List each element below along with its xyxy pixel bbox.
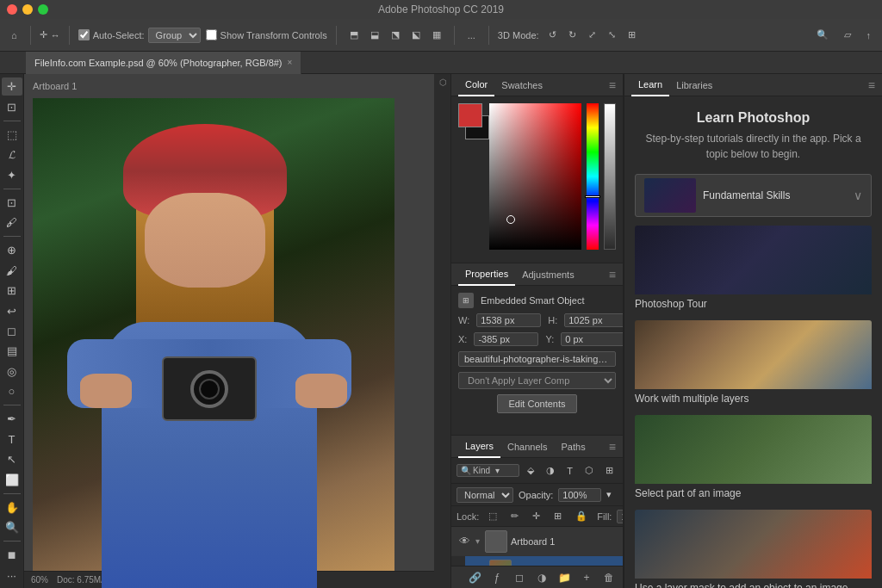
lock-all-btn[interactable]: 🔒 xyxy=(571,509,592,523)
delete-layer-btn[interactable]: 🗑 xyxy=(600,570,618,585)
auto-select-dropdown[interactable]: Group Layer xyxy=(148,28,201,43)
magic-wand-tool[interactable]: ✦ xyxy=(2,165,22,183)
y-input[interactable] xyxy=(561,332,623,346)
tab-swatches[interactable]: Swatches xyxy=(494,74,550,96)
artboard-tool[interactable]: ⊡ xyxy=(2,97,22,115)
file-tab[interactable]: FileInfo.com Example.psd @ 60% (Photogra… xyxy=(26,52,301,74)
color-alpha-strip[interactable] xyxy=(604,103,616,250)
home-button[interactable]: ⌂ xyxy=(7,28,22,42)
width-input[interactable] xyxy=(476,313,541,327)
select-tool[interactable]: ⬚ xyxy=(2,126,22,144)
eyedropper-tool[interactable]: 🖋 xyxy=(2,214,22,232)
distribute-btn[interactable]: ⬕ xyxy=(407,28,425,42)
hand-tool[interactable]: ✋ xyxy=(2,498,22,517)
blur-tool[interactable]: ◎ xyxy=(2,362,22,381)
props-menu[interactable]: ≡ xyxy=(609,268,616,282)
more-tools[interactable]: ··· xyxy=(2,566,22,585)
link-layers-btn[interactable]: 🔗 xyxy=(466,570,483,585)
shape-tool[interactable]: ⬜ xyxy=(2,470,22,488)
foreground-color[interactable]: ■ xyxy=(2,546,22,564)
layer-mask-btn[interactable]: ◻ xyxy=(511,570,528,585)
zoom-tool[interactable]: 🔍 xyxy=(2,518,22,536)
move-tool[interactable]: ✛ xyxy=(2,77,22,96)
layer-item-photographer[interactable]: 👁 Photographer xyxy=(465,556,623,566)
clone-tool[interactable]: ⊞ xyxy=(2,282,22,300)
learn-card-select[interactable]: Select part of an image xyxy=(635,415,872,503)
3d-tool-3[interactable]: ⤢ xyxy=(584,28,600,42)
fundamental-skills-header[interactable]: Fundamental Skills ∨ xyxy=(635,174,872,217)
tab-learn[interactable]: Learn xyxy=(631,74,669,96)
fundamental-expand-icon[interactable]: ∨ xyxy=(854,189,862,202)
layers-menu[interactable]: ≡ xyxy=(609,440,616,454)
more-options-btn[interactable]: ... xyxy=(463,28,480,42)
maximize-button[interactable] xyxy=(38,4,48,15)
layer-effects-btn[interactable]: ƒ xyxy=(488,570,506,585)
dodge-tool[interactable]: ○ xyxy=(2,382,22,400)
history-brush-tool[interactable]: ↩ xyxy=(2,301,22,319)
3d-tool-4[interactable]: ⤡ xyxy=(604,28,620,42)
text-tool[interactable]: T xyxy=(2,430,22,449)
3d-tool-1[interactable]: ↺ xyxy=(544,28,561,42)
heal-tool[interactable]: ⊕ xyxy=(2,241,22,259)
align-center-btn[interactable]: ⬓ xyxy=(366,28,383,42)
learn-menu[interactable]: ≡ xyxy=(868,78,875,92)
lock-transparent-btn[interactable]: ⬚ xyxy=(484,509,501,523)
brush-tool[interactable]: 🖌 xyxy=(2,262,22,280)
eraser-tool[interactable]: ◻ xyxy=(2,322,22,340)
align-left-btn[interactable]: ⬒ xyxy=(345,28,363,42)
color-hue-strip[interactable] xyxy=(587,103,599,250)
learn-card-tour[interactable]: Photoshop Tour xyxy=(635,226,872,313)
filter-text-btn[interactable]: T xyxy=(562,464,577,478)
tab-properties[interactable]: Properties xyxy=(458,263,515,286)
fill-input[interactable] xyxy=(617,510,623,523)
tab-color[interactable]: Color xyxy=(458,74,494,96)
minimize-button[interactable] xyxy=(22,4,33,15)
align-right-btn[interactable]: ⬔ xyxy=(387,28,404,42)
blend-mode-select[interactable]: Normal xyxy=(457,487,513,503)
tab-libraries[interactable]: Libraries xyxy=(669,74,719,96)
filter-shape-btn[interactable]: ⬡ xyxy=(581,463,598,478)
artboard-expand-arrow[interactable]: ▾ xyxy=(475,536,480,546)
gradient-tool[interactable]: ▤ xyxy=(2,342,22,360)
color-gradient[interactable] xyxy=(489,103,581,250)
lasso-tool[interactable]: 𝓛 xyxy=(2,145,22,164)
more-btn[interactable]: ▦ xyxy=(428,28,445,42)
layer-vis-artboard[interactable]: 👁 xyxy=(457,534,472,549)
new-layer-btn[interactable]: + xyxy=(578,570,595,585)
learn-card-layers[interactable]: Work with multiple layers xyxy=(635,320,872,408)
tab-paths[interactable]: Paths xyxy=(555,436,593,458)
lock-move-btn[interactable]: ✛ xyxy=(528,509,544,523)
search-btn[interactable]: 🔍 xyxy=(812,28,833,42)
learn-card-mask[interactable]: Use a layer mask to add an object to an … xyxy=(635,510,872,588)
adjustment-layer-btn[interactable]: ◑ xyxy=(533,570,550,585)
file-tab-close[interactable]: × xyxy=(288,58,293,67)
height-input[interactable] xyxy=(564,313,623,327)
color-panel-menu[interactable]: ≡ xyxy=(609,78,616,92)
workspace-btn[interactable]: ▱ xyxy=(840,28,855,42)
group-layers-btn[interactable]: 📁 xyxy=(556,570,573,585)
path-select-tool[interactable]: ↖ xyxy=(2,450,22,468)
tab-adjustments[interactable]: Adjustments xyxy=(515,263,581,286)
transform-checkbox[interactable] xyxy=(206,29,217,40)
canvas-area[interactable]: Artboard 1 xyxy=(24,74,434,588)
share-btn[interactable]: ↑ xyxy=(862,28,876,42)
3d-tool-2[interactable]: ↻ xyxy=(564,28,581,42)
opacity-input[interactable] xyxy=(558,488,601,502)
auto-select-checkbox[interactable] xyxy=(78,29,90,40)
tab-layers[interactable]: Layers xyxy=(458,436,500,458)
3d-tool-5[interactable]: ⊞ xyxy=(624,28,640,42)
tab-channels[interactable]: Channels xyxy=(500,436,554,458)
filter-pixel-btn[interactable]: ⬙ xyxy=(523,463,538,478)
filter-adjust-btn[interactable]: ◑ xyxy=(542,463,559,478)
x-input[interactable] xyxy=(474,332,538,346)
edit-contents-button[interactable]: Edit Contents xyxy=(497,394,576,413)
panels-collapse-icon[interactable]: ⬡ xyxy=(438,77,447,87)
lock-paint-btn[interactable]: ✏ xyxy=(506,509,523,523)
layer-comp-select[interactable]: Don't Apply Layer Comp xyxy=(458,372,616,389)
foreground-swatch[interactable] xyxy=(458,103,482,127)
layer-item-artboard[interactable]: 👁 ▾ Artboard 1 xyxy=(451,527,623,556)
close-button[interactable] xyxy=(7,4,17,15)
filter-smart-btn[interactable]: ⊞ xyxy=(601,463,618,478)
pen-tool[interactable]: ✒ xyxy=(2,410,22,428)
lock-artboard-btn[interactable]: ⊞ xyxy=(550,509,566,523)
